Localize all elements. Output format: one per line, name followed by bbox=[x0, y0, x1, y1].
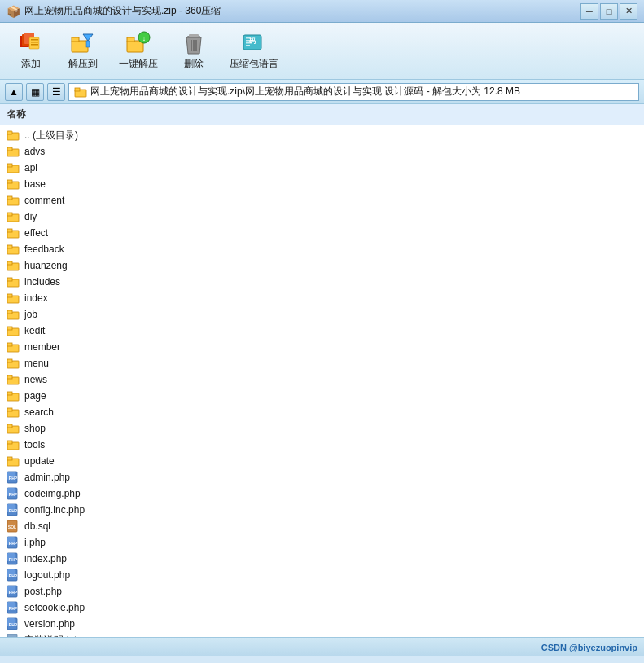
svg-rect-67 bbox=[7, 441, 12, 444]
maximize-button[interactable]: □ bbox=[600, 3, 618, 20]
minimize-button[interactable]: ─ bbox=[580, 3, 598, 20]
window-title: 网上宠物用品商城的设计与实现.zip - 360压缩 bbox=[24, 4, 580, 18]
close-button[interactable]: ✕ bbox=[620, 3, 637, 20]
list-item[interactable]: PHP logout.php bbox=[0, 567, 644, 583]
svg-rect-5 bbox=[31, 42, 38, 43]
svg-rect-39 bbox=[7, 213, 12, 216]
list-item[interactable]: base bbox=[0, 176, 644, 192]
path-text: 网上宠物用品商城的设计与实现.zip\网上宠物用品商城的设计与实现 设计源码 -… bbox=[90, 85, 520, 99]
svg-rect-69 bbox=[7, 457, 12, 460]
svg-rect-45 bbox=[7, 261, 12, 265]
list-item[interactable]: advs bbox=[0, 143, 644, 160]
list-item[interactable]: effect bbox=[0, 225, 644, 241]
back-button[interactable]: ▲ bbox=[5, 83, 23, 101]
lang-label: 压缩包语言 bbox=[230, 57, 278, 71]
view-icon1[interactable]: ▦ bbox=[26, 83, 44, 101]
svg-rect-57 bbox=[7, 359, 12, 362]
svg-text:PHP: PHP bbox=[9, 541, 18, 546]
view-icon2[interactable]: ☰ bbox=[47, 83, 65, 101]
svg-rect-33 bbox=[7, 164, 12, 167]
list-item[interactable]: PHP codeimg.php bbox=[0, 485, 644, 502]
svg-text:PHP: PHP bbox=[9, 606, 18, 611]
svg-rect-63 bbox=[7, 408, 12, 411]
svg-rect-99 bbox=[7, 634, 17, 637]
svg-rect-51 bbox=[7, 310, 12, 314]
add-label: 添加 bbox=[21, 57, 41, 71]
svg-rect-61 bbox=[7, 392, 12, 395]
file-list[interactable]: .. (上级目录) advs api base comment diy effe… bbox=[0, 125, 644, 637]
oneclick-button[interactable]: ↓ 一键解压 bbox=[111, 28, 166, 74]
svg-text:PHP: PHP bbox=[9, 557, 18, 562]
svg-text:↓: ↓ bbox=[142, 34, 147, 42]
svg-rect-4 bbox=[31, 39, 38, 41]
list-item[interactable]: api bbox=[0, 160, 644, 176]
svg-text:PHP: PHP bbox=[9, 492, 18, 497]
svg-text:PHP: PHP bbox=[9, 476, 18, 481]
title-bar-buttons: ─ □ ✕ bbox=[580, 3, 637, 20]
svg-text:PHP: PHP bbox=[9, 573, 18, 578]
svg-rect-31 bbox=[7, 147, 12, 151]
list-item[interactable]: search bbox=[0, 404, 644, 420]
list-item[interactable]: kedit bbox=[0, 323, 644, 339]
svg-rect-43 bbox=[7, 245, 12, 248]
list-item[interactable]: PHP i.php bbox=[0, 534, 644, 551]
svg-rect-53 bbox=[7, 327, 12, 330]
address-bar: ▲ ▦ ☰ 网上宠物用品商城的设计与实现.zip\网上宠物用品商城的设计与实现 … bbox=[0, 80, 644, 104]
list-item[interactable]: SQL db.sql bbox=[0, 518, 644, 534]
delete-button[interactable]: 删除 bbox=[169, 28, 218, 74]
list-item[interactable]: PHP version.php bbox=[0, 616, 644, 632]
lang-button[interactable]: 码 压缩包语言 bbox=[221, 28, 287, 74]
svg-rect-55 bbox=[7, 343, 12, 346]
svg-rect-25 bbox=[246, 45, 250, 46]
svg-rect-12 bbox=[127, 37, 134, 42]
list-item[interactable]: job bbox=[0, 306, 644, 323]
delete-label: 删除 bbox=[184, 57, 204, 71]
list-item[interactable]: news bbox=[0, 371, 644, 388]
list-item[interactable]: PHP config.inc.php bbox=[0, 502, 644, 518]
status-bar: CSDN @biyezuopinvip bbox=[0, 637, 644, 656]
list-item[interactable]: shop bbox=[0, 420, 644, 437]
file-list-header: 名称 bbox=[0, 104, 644, 125]
window: 📦 网上宠物用品商城的设计与实现.zip - 360压缩 ─ □ ✕ bbox=[0, 0, 644, 663]
svg-rect-47 bbox=[7, 278, 12, 281]
add-button[interactable]: 添加 bbox=[7, 28, 55, 74]
svg-rect-49 bbox=[7, 294, 12, 297]
svg-rect-24 bbox=[246, 42, 252, 44]
list-item[interactable]: includes bbox=[0, 274, 644, 290]
list-item[interactable]: index bbox=[0, 290, 644, 306]
list-item[interactable]: menu bbox=[0, 355, 644, 371]
extract-button[interactable]: 解压到 bbox=[59, 28, 107, 74]
svg-rect-8 bbox=[72, 37, 79, 42]
list-item[interactable]: member bbox=[0, 339, 644, 355]
list-item[interactable]: huanzeng bbox=[0, 257, 644, 274]
svg-marker-9 bbox=[83, 34, 93, 41]
list-item[interactable]: .. (上级目录) bbox=[0, 127, 644, 143]
list-item[interactable]: diy bbox=[0, 209, 644, 225]
window-icon: 📦 bbox=[7, 5, 20, 18]
svg-rect-27 bbox=[75, 88, 80, 91]
svg-text:PHP: PHP bbox=[9, 590, 18, 595]
list-item[interactable]: feedback bbox=[0, 241, 644, 257]
address-path: 网上宠物用品商城的设计与实现.zip\网上宠物用品商城的设计与实现 设计源码 -… bbox=[68, 83, 639, 101]
title-bar: 📦 网上宠物用品商城的设计与实现.zip - 360压缩 ─ □ ✕ bbox=[0, 0, 644, 23]
extract-label: 解压到 bbox=[68, 57, 98, 71]
svg-rect-6 bbox=[31, 44, 38, 46]
svg-rect-41 bbox=[7, 229, 12, 232]
list-item[interactable]: page bbox=[0, 388, 644, 404]
svg-rect-16 bbox=[189, 34, 199, 37]
svg-text:PHP: PHP bbox=[9, 622, 18, 627]
list-item[interactable]: PHP admin.php bbox=[0, 469, 644, 485]
list-item[interactable]: comment bbox=[0, 192, 644, 209]
list-item[interactable]: tools bbox=[0, 437, 644, 453]
svg-rect-10 bbox=[86, 41, 90, 47]
oneclick-label: 一键解压 bbox=[119, 57, 158, 71]
list-item[interactable]: PHP index.php bbox=[0, 551, 644, 567]
watermark-text: CSDN @biyezuopinvip bbox=[541, 643, 637, 652]
svg-text:PHP: PHP bbox=[9, 508, 18, 513]
svg-rect-23 bbox=[246, 40, 254, 42]
svg-rect-59 bbox=[7, 375, 12, 379]
svg-rect-65 bbox=[7, 424, 12, 428]
list-item[interactable]: PHP post.php bbox=[0, 583, 644, 599]
list-item[interactable]: update bbox=[0, 453, 644, 469]
list-item[interactable]: PHP setcookie.php bbox=[0, 599, 644, 616]
